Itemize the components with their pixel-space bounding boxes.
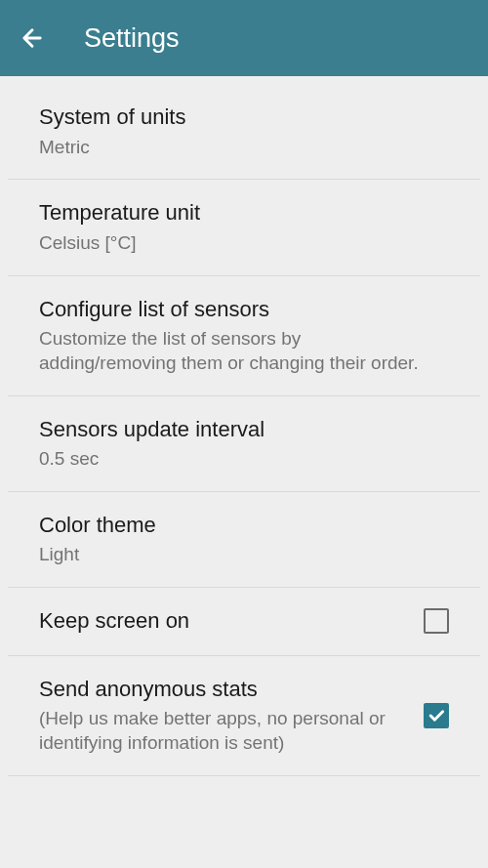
setting-title: System of units bbox=[39, 103, 437, 132]
setting-title: Temperature unit bbox=[39, 199, 437, 227]
setting-description: Customize the list of sensors by adding/… bbox=[39, 327, 437, 375]
setting-keep-screen-on[interactable]: Keep screen on bbox=[8, 588, 480, 656]
app-header: Settings bbox=[0, 0, 488, 76]
setting-configure-sensors[interactable]: Configure list of sensors Customize the … bbox=[8, 276, 480, 396]
setting-value: Celsius [°C] bbox=[39, 231, 437, 256]
setting-title: Keep screen on bbox=[39, 607, 412, 636]
setting-temperature-unit[interactable]: Temperature unit Celsius [°C] bbox=[8, 180, 480, 275]
setting-title: Color theme bbox=[39, 512, 437, 540]
setting-title: Send anonymous stats bbox=[39, 676, 412, 704]
setting-title: Configure list of sensors bbox=[39, 296, 437, 324]
setting-description: (Help us make better apps, no personal o… bbox=[39, 707, 412, 755]
setting-color-theme[interactable]: Color theme Light bbox=[8, 492, 480, 588]
setting-update-interval[interactable]: Sensors update interval 0.5 sec bbox=[8, 396, 480, 492]
checkbox-keep-screen-on[interactable] bbox=[424, 608, 449, 634]
setting-system-of-units[interactable]: System of units Metric bbox=[8, 76, 480, 180]
settings-list: System of units Metric Temperature unit … bbox=[0, 76, 488, 776]
setting-value: 0.5 sec bbox=[39, 447, 437, 472]
page-title: Settings bbox=[84, 23, 180, 54]
setting-send-anonymous-stats[interactable]: Send anonymous stats (Help us make bette… bbox=[8, 656, 480, 776]
back-arrow-icon[interactable] bbox=[18, 23, 47, 53]
setting-value: Light bbox=[39, 543, 437, 567]
setting-title: Sensors update interval bbox=[39, 416, 437, 444]
setting-value: Metric bbox=[39, 136, 437, 160]
checkbox-send-anonymous-stats[interactable] bbox=[424, 703, 449, 728]
